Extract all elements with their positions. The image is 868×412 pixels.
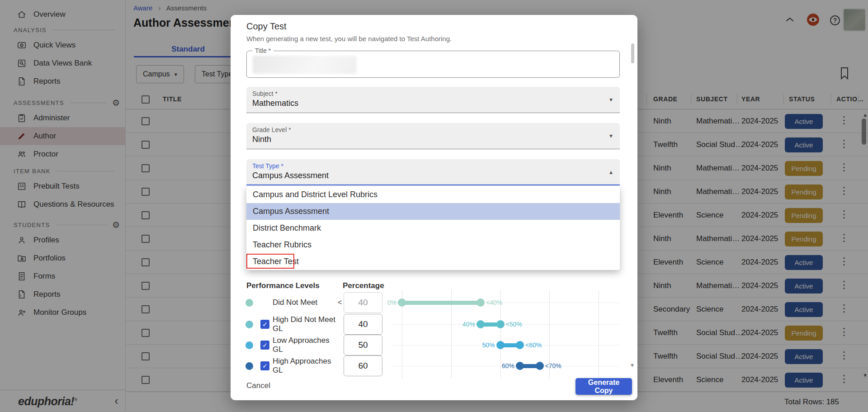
slider-start-handle[interactable] [476,320,485,328]
slider-right-label: <50% [506,320,522,328]
chevron-down-icon: ▾ [609,96,613,103]
slider-end-handle[interactable] [496,320,505,328]
slider-start-handle[interactable] [398,298,406,307]
slider-track[interactable] [402,301,481,305]
slider-right-label: <40% [486,298,502,307]
less-than-symbol: < [338,298,342,307]
dropdown-option-district-benchmark[interactable]: District Benchmark [246,220,620,237]
test-type-dropdown-menu: Campus and District Level RubricsCampus … [246,186,620,270]
performance-level-checkbox[interactable]: ✓ [260,320,269,329]
title-field-redacted-value [253,56,357,74]
performance-level-label: High Approaches GL [273,355,336,376]
screen: OverviewANALYSISQuick ViewsData Views Ba… [0,0,868,412]
subject-label: Subject * [252,90,278,97]
chevron-down-icon: ▾ [609,132,613,139]
slider-right-label: <60% [525,341,542,349]
slider-row-line [391,324,619,325]
dialog-title: Copy Test [246,21,287,32]
title-field[interactable]: Title * [246,51,620,78]
grade-level-value: Ninth [252,135,271,144]
dropdown-option-teacher-test[interactable]: Teacher Test [246,253,620,270]
copy-test-dialog: Copy Test When generating a new test, yo… [231,15,637,400]
slider-right-label: <70% [545,362,561,370]
dropdown-option-label: Teacher Rubrics [253,240,311,250]
subject-value: Mathematics [252,99,298,108]
slider-left-label: 50% [482,341,495,349]
performance-level-color-dot [245,299,253,307]
performance-slider-panel: 0%<40%40%<50%50%<60%60%<70% [391,286,623,379]
slider-gridline [599,290,599,379]
grade-level-select[interactable]: Grade Level * Ninth ▾ [246,123,620,149]
performance-level-color-dot [245,341,253,349]
percentage-input[interactable]: 50 [344,335,382,355]
cancel-button[interactable]: Cancel [246,381,270,390]
percentage-header: Percentage [343,281,384,290]
dialog-scrollbar[interactable] [631,43,634,63]
percentage-input[interactable]: 60 [344,355,382,376]
dropdown-option-label: Teacher Test [253,257,299,266]
performance-level-label: Low Approaches GL [273,335,336,355]
percentage-input[interactable]: 40 [344,292,382,313]
title-field-label: Title * [252,47,274,54]
performance-level-checkbox[interactable]: ✓ [260,341,269,350]
dropdown-option-label: Campus and District Level Rubrics [253,190,377,199]
grade-level-label: Grade Level * [252,126,291,133]
percentage-input[interactable]: 40 [344,314,382,335]
performance-level-label: Did Not Meet [253,292,337,313]
dialog-scroll-down-icon[interactable]: ▾ [631,361,634,369]
slider-end-handle[interactable] [516,341,524,349]
dropdown-option-label: Campus Assessment [253,207,329,216]
slider-start-handle[interactable] [496,341,505,349]
dropdown-option-campus-assessment[interactable]: Campus Assessment [246,203,620,220]
performance-level-label: High Did Not Meet GL [273,314,336,335]
slider-end-handle[interactable] [476,298,485,307]
subject-select[interactable]: Subject * Mathematics ▾ [246,87,620,113]
performance-levels-header: Performance Levels [246,281,320,290]
dropdown-option-teacher-rubrics[interactable]: Teacher Rubrics [246,237,620,253]
test-type-label: Test Type * [252,162,283,170]
chevron-up-icon: ▴ [609,168,613,175]
dropdown-option-campus-and-district-level-rubrics[interactable]: Campus and District Level Rubrics [246,186,620,203]
dropdown-option-label: District Benchmark [253,223,321,233]
performance-level-color-dot [245,321,253,328]
test-type-value: Campus Assessment [252,171,329,180]
test-type-select[interactable]: Test Type * Campus Assessment ▴ [246,159,620,185]
performance-level-checkbox[interactable]: ✓ [260,361,269,370]
generate-copy-button[interactable]: Generate Copy [576,378,632,395]
slider-left-label: 60% [502,362,514,370]
dialog-subtitle: When generating a new test, you will be … [246,35,452,43]
slider-start-handle[interactable] [516,362,524,370]
slider-end-handle[interactable] [536,362,544,370]
performance-level-color-dot [245,362,253,370]
slider-left-label: 0% [387,298,396,307]
slider-left-label: 40% [462,320,475,328]
